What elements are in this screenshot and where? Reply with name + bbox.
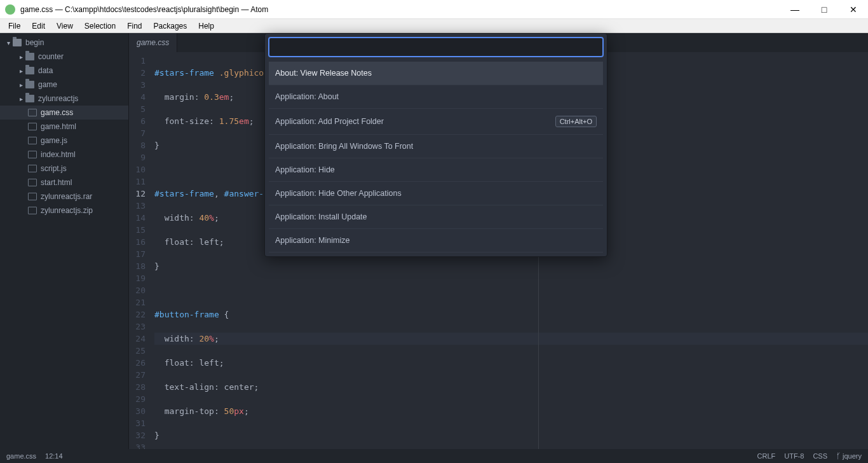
tree-folder-label: data [38,66,53,75]
folder-icon [25,53,34,60]
palette-item[interactable]: Application: Hide Other Applications [269,182,603,205]
file-icon [28,151,37,158]
tree-file-label: zylunreactjs.rar [41,192,92,201]
tab-label: game.css [137,38,169,47]
menu-find[interactable]: Find [121,20,147,32]
palette-item[interactable]: Application: Bring All Windows To Front [269,135,603,158]
window-maximize-button[interactable]: □ [810,0,839,19]
tree-folder-game[interactable]: ▸ game [0,78,128,92]
file-icon [28,179,37,186]
window-titlebar: game.css — C:\xampp\htdocs\testcodes\rea… [0,0,868,19]
tree-file-start-html[interactable]: start.html [0,176,128,190]
window-minimize-button[interactable]: ― [780,0,810,19]
command-palette: About: View Release Notes Application: A… [264,33,607,257]
palette-item-label: Application: About [275,92,339,101]
palette-item[interactable]: About: View Release Notes [269,62,603,85]
window-controls: ― □ ✕ [780,0,868,19]
atom-app-icon [5,4,15,15]
tree-file-game-css[interactable]: game.css [0,106,128,120]
tree-folder-zylunreactjs[interactable]: ▸ zylunreactjs [0,92,128,106]
folder-icon [13,39,22,46]
tree-folder-label: game [38,80,57,89]
tree-folder-counter[interactable]: ▸ counter [0,50,128,64]
tree-file-label: start.html [41,178,72,187]
tree-root-folder[interactable]: ▾ begin [0,36,128,50]
status-bar: game.css 12:14 CRLF UTF-8 CSS jquery [0,449,868,463]
chevron-right-icon: ▸ [18,95,24,102]
chevron-right-icon: ▸ [18,81,24,88]
folder-icon [25,95,34,102]
tree-file-label: zylunreactjs.zip [41,206,93,215]
status-grammar[interactable]: CSS [813,452,827,460]
palette-item-label: Application: Hide [275,165,335,174]
command-palette-input[interactable] [269,38,603,57]
status-file[interactable]: game.css [6,452,36,460]
file-icon [28,193,37,200]
palette-item[interactable]: Application: Add Project Folder Ctrl+Alt… [269,109,603,135]
tree-file-label: game.html [41,122,76,131]
file-icon [28,165,37,172]
menu-edit[interactable]: Edit [26,20,51,32]
tree-file-label: script.js [41,164,67,173]
status-cursor[interactable]: 12:14 [45,452,63,460]
palette-item-label: Application: Hide Other Applications [275,189,402,198]
tree-file-script-js[interactable]: script.js [0,162,128,176]
status-git-branch[interactable]: jquery [836,452,862,460]
window-close-button[interactable]: ✕ [839,0,868,19]
project-tree[interactable]: ▾ begin ▸ counter ▸ data ▸ game ▸ zylunr… [0,33,129,449]
folder-icon [25,81,34,88]
tab-game-css[interactable]: game.css [129,33,177,52]
file-icon [28,109,37,116]
menu-view[interactable]: View [51,20,79,32]
palette-item-label: Application: Install Update [275,212,367,221]
tree-file-zylunreactjs-zip[interactable]: zylunreactjs.zip [0,204,128,218]
palette-item-shortcut: Ctrl+Alt+O [555,116,597,127]
file-icon [28,123,37,130]
palette-item-label: Application: Add Project Folder [275,117,384,126]
chevron-right-icon: ▸ [18,53,24,60]
palette-item[interactable]: Application: Minimize [269,229,603,252]
tree-file-index-html[interactable]: index.html [0,148,128,162]
status-encoding[interactable]: UTF-8 [784,452,804,460]
git-branch-icon [836,452,843,460]
tree-file-label: game.css [41,108,73,117]
command-palette-list[interactable]: About: View Release Notes Application: A… [269,62,603,252]
palette-item[interactable]: Application: Hide [269,158,603,182]
menu-bar: File Edit View Selection Find Packages H… [0,19,868,33]
tree-file-game-html[interactable]: game.html [0,120,128,134]
palette-item-label: Application: Minimize [275,236,349,245]
tree-folder-label: counter [38,52,64,61]
tree-file-label: index.html [41,150,76,159]
tree-file-game-js[interactable]: game.js [0,134,128,148]
window-title: game.css — C:\xampp\htdocs\testcodes\rea… [20,5,780,14]
tree-file-label: game.js [41,136,67,145]
chevron-right-icon: ▸ [18,67,24,74]
tree-folder-label: zylunreactjs [38,94,78,103]
status-eol[interactable]: CRLF [757,452,776,460]
menu-selection[interactable]: Selection [79,20,121,32]
menu-packages[interactable]: Packages [148,20,193,32]
tree-root-label: begin [25,38,44,47]
tree-file-zylunreactjs-rar[interactable]: zylunreactjs.rar [0,190,128,204]
line-number-gutter: 12345 678910 1112131415 1617181920 21222… [129,52,151,449]
tree-folder-data[interactable]: ▸ data [0,64,128,78]
menu-help[interactable]: Help [193,20,220,32]
palette-item-label: Application: Bring All Windows To Front [275,142,413,151]
chevron-down-icon: ▾ [5,39,11,46]
folder-icon [25,67,34,74]
palette-item[interactable]: Application: About [269,85,603,109]
file-icon [28,137,37,144]
menu-file[interactable]: File [3,20,26,32]
file-icon [28,207,37,214]
status-branch-label: jquery [843,452,862,460]
palette-item-label: About: View Release Notes [275,69,372,78]
palette-item[interactable]: Application: Install Update [269,205,603,229]
